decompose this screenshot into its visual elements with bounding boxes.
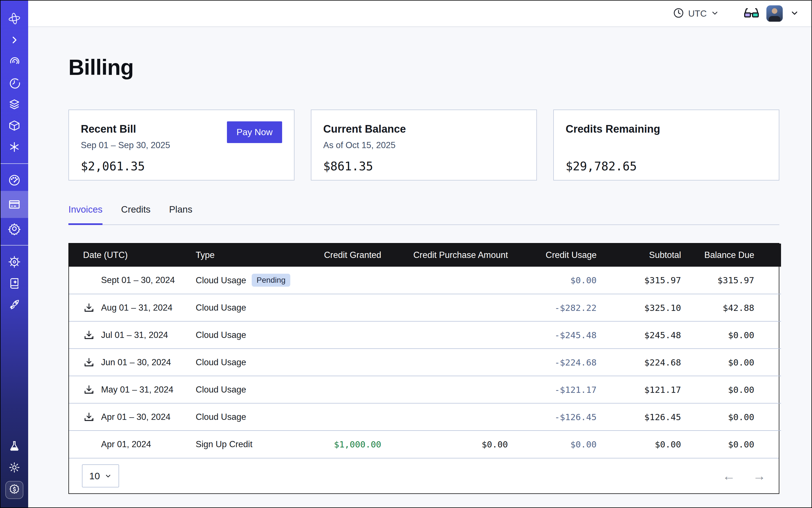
col-type: Type	[196, 244, 317, 267]
sidebar-item-qstash[interactable]	[1, 72, 28, 93]
sidebar-item-redis[interactable]	[1, 51, 28, 72]
timezone-selector[interactable]: UTC	[673, 7, 719, 20]
sidebar-item-search[interactable]	[1, 136, 28, 158]
invoice-type: Sign Up Credit	[196, 439, 253, 449]
subtotal-value: $0.00	[597, 431, 681, 458]
invoice-type: Cloud Usage	[196, 412, 246, 422]
invoice-type: Cloud Usage	[196, 357, 246, 367]
col-credit-usage: Credit Usage	[508, 244, 597, 267]
status-badge: Pending	[252, 274, 290, 287]
credit-granted-value	[317, 267, 381, 294]
sidebar-divider	[1, 163, 28, 164]
chevron-down-icon	[711, 9, 719, 18]
subtotal-value: $126.45	[597, 403, 681, 431]
sidebar-item-docs[interactable]	[1, 272, 28, 294]
table-row: Sept 01 – 30, 2024 Cloud UsagePending $0…	[69, 267, 781, 294]
table-header-row: Date (UTC) Type Credit Granted Credit Pu…	[69, 244, 781, 267]
orbit-logo-icon	[8, 12, 21, 25]
invoice-date: Jun 01 – 30, 2024	[101, 357, 171, 368]
timezone-label: UTC	[688, 8, 707, 19]
sidebar	[1, 1, 28, 507]
sidebar-item-usage[interactable]	[1, 170, 28, 191]
invoice-type: Cloud Usage	[196, 385, 246, 394]
invoice-type: Cloud Usage	[196, 330, 246, 340]
credit-purchase-value	[381, 403, 508, 431]
sun-icon	[8, 462, 20, 473]
balance-due-value: $42.88	[681, 294, 781, 321]
layers-icon	[8, 98, 21, 111]
page-size-select[interactable]: 10	[82, 464, 119, 488]
col-balance-due: Balance Due	[681, 244, 781, 267]
col-credit-purchase-amount: Credit Purchase Amount	[381, 244, 508, 267]
sidebar-item-billing[interactable]	[1, 191, 28, 218]
app-logo[interactable]	[1, 8, 28, 29]
balance-due-value: $0.00	[681, 376, 781, 403]
credit-usage-value: -$282.22	[508, 294, 597, 321]
balance-due-value: $0.00	[681, 403, 781, 431]
asterisk-icon	[8, 141, 20, 153]
subtotal-value: $325.10	[597, 294, 681, 321]
pagination: ← →	[722, 469, 766, 482]
dollar-badge-icon	[8, 483, 20, 497]
current-balance-amount: $861.35	[323, 159, 524, 173]
download-invoice-icon[interactable]	[83, 302, 96, 314]
user-avatar[interactable]	[766, 5, 783, 22]
sidebar-item-workflow[interactable]	[1, 115, 28, 136]
tab-plans[interactable]: Plans	[169, 204, 193, 225]
account-menu-chevron[interactable]	[790, 8, 799, 18]
page-title: Billing	[69, 55, 779, 80]
rocket-icon	[8, 298, 20, 311]
balance-as-of-date: As of Oct 15, 2025	[323, 140, 524, 151]
credit-purchase-value: $0.00	[381, 431, 508, 458]
col-subtotal: Subtotal	[597, 244, 681, 267]
sidebar-item-labs[interactable]	[1, 435, 28, 457]
credits-remaining-amount: $29,782.65	[566, 159, 767, 173]
table-footer: 10 ← →	[69, 458, 779, 493]
sidebar-divider	[1, 245, 28, 246]
download-invoice-icon[interactable]	[83, 411, 96, 423]
credit-granted-value	[317, 321, 381, 349]
theme-toggle[interactable]	[1, 457, 28, 478]
tab-invoices[interactable]: Invoices	[69, 204, 102, 225]
download-invoice-icon[interactable]	[83, 329, 96, 341]
invoices-table: Date (UTC) Type Credit Granted Credit Pu…	[69, 243, 779, 494]
sidebar-item-getting-started[interactable]	[1, 294, 28, 315]
sidebar-item-vector[interactable]	[1, 93, 28, 115]
subtotal-value: $121.17	[597, 376, 681, 403]
credit-card-icon	[8, 198, 21, 211]
credit-usage-value: $0.00	[508, 431, 597, 458]
table-row: Aug 01 – 31, 2024 Cloud Usage -$282.22 $…	[69, 294, 781, 321]
sidebar-item-settings[interactable]	[1, 218, 28, 239]
invoice-date: Aug 01 – 31, 2024	[101, 303, 172, 313]
subtotal-value: $245.48	[597, 321, 681, 349]
credit-purchase-value	[381, 349, 508, 376]
pay-now-button[interactable]: Pay Now	[227, 121, 282, 143]
credit-usage-value: -$224.68	[508, 349, 597, 376]
flask-icon	[8, 440, 20, 452]
sidebar-collapse-button[interactable]	[1, 29, 28, 51]
sidebar-item-integrations[interactable]	[1, 251, 28, 272]
prev-page-button[interactable]: ←	[722, 469, 735, 482]
invoice-date: Apr 01 – 30, 2024	[101, 412, 170, 422]
credits-reward-button[interactable]	[5, 481, 24, 499]
balance-due-value: $315.97	[681, 267, 781, 294]
subtotal-value: $315.97	[597, 267, 681, 294]
table-row: Jul 01 – 31, 2024 Cloud Usage -$245.48 $…	[69, 321, 781, 349]
table-row: May 01 – 31, 2024 Cloud Usage -$121.17 $…	[69, 376, 781, 403]
next-page-button[interactable]: →	[753, 469, 766, 482]
reader-glasses-button[interactable]	[744, 7, 759, 20]
target-spiral-icon	[8, 55, 20, 68]
gauge-icon	[8, 174, 21, 187]
download-invoice-icon[interactable]	[83, 356, 96, 368]
tab-credits[interactable]: Credits	[121, 204, 151, 225]
credit-usage-value: $0.00	[508, 267, 597, 294]
credit-usage-value: -$245.48	[508, 321, 597, 349]
credit-purchase-value	[381, 294, 508, 321]
credit-purchase-value	[381, 376, 508, 403]
ship-wheel-icon	[8, 256, 20, 268]
download-invoice-icon[interactable]	[83, 384, 96, 396]
invoice-date: Apr 01, 2024	[101, 439, 151, 450]
subtotal-value: $224.68	[597, 349, 681, 376]
balance-due-value: $0.00	[681, 431, 781, 458]
page-size-value: 10	[89, 471, 100, 481]
